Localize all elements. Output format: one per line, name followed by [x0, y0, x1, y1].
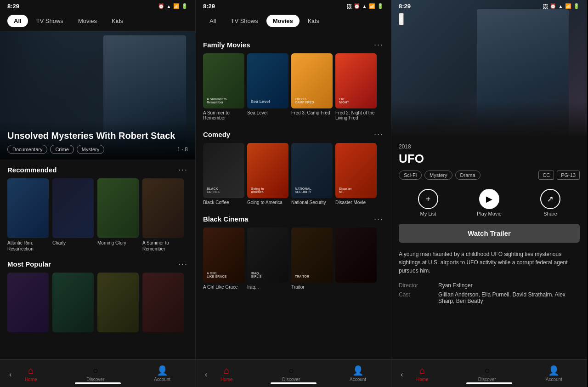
recommended-row: ATLANTIC RIMRESURRECTION Atlantic Rim: R… [0, 178, 195, 252]
list-item[interactable]: MorningGlory Morning Glory [97, 178, 139, 252]
alarm-icon-3: ⏰ [550, 3, 556, 9]
share-button[interactable]: ↗ Share [540, 189, 560, 216]
discover-icon-3: ○ [484, 365, 490, 376]
title-iraq: Iraq... [247, 285, 288, 290]
tab-tvshows-2[interactable]: TV Shows [224, 15, 264, 27]
nav-account-1[interactable]: 👤 Account [154, 365, 170, 382]
hero-overlay: Unsolved Mysteries With Robert Stack Doc… [0, 121, 195, 159]
tab-tvshows-1[interactable]: TV Shows [30, 15, 70, 27]
movie-thumb-atlantic: ATLANTIC RIMRESURRECTION [7, 178, 49, 238]
list-item[interactable]: FRED 3CAMP FRED Fred 3: Camp Fred [291, 53, 333, 120]
account-icon-1: 👤 [157, 365, 168, 376]
tab-all-2[interactable]: All [203, 15, 222, 27]
discover-icon-2: ○ [288, 365, 294, 376]
tab-movies-1[interactable]: Movies [72, 15, 103, 27]
tag-mystery[interactable]: Mystery [424, 171, 452, 180]
wifi-icon-2: ▲ [362, 4, 367, 9]
list-item[interactable]: DisasterM... Disaster Movie [335, 143, 377, 205]
detail-hero: ‹ [391, 0, 587, 138]
tag-documentary[interactable]: Documentary [7, 145, 47, 154]
nav-account-2[interactable]: 👤 Account [350, 365, 366, 382]
bc-header: Black Cinema ··· [196, 212, 391, 228]
list-item[interactable]: A Summer toRemember A Summer to Remember [203, 53, 244, 120]
list-item[interactable]: TRAITOR Traitor [291, 228, 333, 290]
my-list-button[interactable]: + My List [418, 189, 438, 216]
nav-discover-1[interactable]: ○ Discover [86, 365, 104, 382]
time-2: 8:29 [203, 3, 215, 10]
nav-discover-2[interactable]: ○ Discover [282, 365, 300, 382]
popular-more[interactable]: ··· [178, 259, 188, 269]
nav-discover-label-2: Discover [282, 377, 300, 382]
list-item[interactable]: IRAQ...GIRL'S Iraq... [247, 228, 288, 290]
tab-movies-2[interactable]: Movies [266, 15, 300, 27]
bc-grid: A GIRLLIKE GRACE A Girl Like Grace IRAQ.… [196, 228, 391, 290]
nav-home-3[interactable]: ⌂ Home [416, 365, 429, 382]
watch-trailer-button[interactable]: Watch Trailer [399, 224, 580, 243]
tag-crime[interactable]: Crime [50, 145, 74, 154]
thumb-fred3: FRED 3CAMP FRED [291, 53, 333, 108]
detail-meta: 2018 UFO Sci-Fi Mystery Drama CC PG-13 [391, 138, 587, 185]
recommended-more[interactable]: ··· [178, 165, 188, 175]
back-button[interactable]: ‹ [399, 13, 404, 25]
back-arrow-3[interactable]: ‹ [401, 370, 403, 379]
list-item[interactable]: BLACKCOFFEE Black Coffee [203, 143, 244, 205]
play-movie-button[interactable]: ▶ Play Movie [477, 189, 502, 216]
detail-movie-title: UFO [399, 152, 580, 166]
status-icons-2: 🖼 ⏰ ▲ 📶 🔋 [347, 3, 384, 9]
comedy-header: Comedy ··· [196, 128, 391, 143]
nav-discover-3[interactable]: ○ Discover [478, 365, 496, 382]
hero-title: Unsolved Mysteries With Robert Stack [7, 130, 188, 141]
back-arrow-2[interactable]: ‹ [205, 370, 207, 379]
home-icon-1: ⌂ [28, 365, 34, 376]
title-girl-grace: A Girl Like Grace [203, 285, 244, 290]
bc-more[interactable]: ··· [374, 214, 384, 224]
comedy-more[interactable]: ··· [374, 130, 384, 139]
nav-home-1[interactable]: ⌂ Home [25, 365, 37, 382]
black-cinema-section: Black Cinema ··· A GIRLLIKE GRACE A Girl… [196, 209, 391, 293]
list-item[interactable] [52, 273, 94, 334]
family-more[interactable]: ··· [374, 40, 384, 50]
thumb-going-to-america: Going toAmerica [247, 143, 288, 198]
list-item[interactable]: Sea Level Sea Level [247, 53, 288, 120]
list-item[interactable]: A Summer toRemember A Summer to Remember [142, 178, 184, 252]
home-scroll[interactable]: Recommended ··· ATLANTIC RIMRESURRECTION… [0, 159, 195, 387]
thumb-girl-grace: A GIRLLIKE GRACE [203, 228, 244, 283]
family-header: Family Movies ··· [196, 38, 391, 53]
list-item[interactable] [335, 228, 377, 290]
tag-scifi[interactable]: Sci-Fi [399, 171, 422, 180]
signal-icon-3: 📶 [565, 3, 571, 9]
status-icons-1: ⏰ ▲ 📶 🔋 [158, 3, 188, 9]
list-item[interactable]: CHARLY Charly [52, 178, 94, 252]
list-item[interactable]: FRENIGHT Fred 2: Night of the Living Fre… [335, 53, 377, 120]
detail-year: 2018 [399, 143, 580, 150]
browse-scroll[interactable]: Family Movies ··· A Summer toRemember A … [196, 31, 391, 387]
nav-account-3[interactable]: 👤 Account [546, 365, 562, 382]
list-item[interactable]: NATIONALSECURITY National Security [291, 143, 333, 205]
tag-mystery[interactable]: Mystery [77, 145, 105, 154]
tag-drama[interactable]: Drama [455, 171, 481, 180]
back-arrow-1[interactable]: ‹ [9, 370, 11, 379]
nav-home-2[interactable]: ⌂ Home [220, 365, 233, 382]
thumb-disaster: DisasterM... [335, 143, 377, 198]
list-item[interactable] [97, 273, 139, 334]
detail-tags: Sci-Fi Mystery Drama CC PG-13 [399, 171, 580, 180]
detail-info: Director Ryan Eslinger Cast Gillian Ande… [391, 279, 587, 308]
image-icon-3: 🖼 [543, 4, 548, 9]
movie-thumb-charly: CHARLY [52, 178, 94, 238]
list-item[interactable]: ATLANTIC RIMRESURRECTION Atlantic Rim: R… [7, 178, 49, 252]
list-item[interactable]: Going toAmerica Going to America [247, 143, 288, 205]
home-icon-2: ⌂ [224, 365, 229, 376]
movie-title-morning: Morning Glory [97, 240, 139, 246]
battery-icon-3: 🔋 [573, 3, 580, 9]
tab-kids-1[interactable]: Kids [105, 15, 130, 27]
list-item[interactable]: A GIRLLIKE GRACE A Girl Like Grace [203, 228, 244, 290]
battery-icon-2: 🔋 [377, 3, 384, 9]
list-item[interactable] [7, 273, 49, 334]
list-item[interactable] [142, 273, 184, 334]
tab-all-1[interactable]: All [7, 15, 28, 27]
home-indicator-2 [271, 382, 317, 384]
tab-kids-2[interactable]: Kids [301, 15, 326, 27]
title-black-coffee: Black Coffee [203, 200, 244, 205]
movie-title-charly: Charly [52, 240, 94, 246]
panel-home: 8:29 ⏰ ▲ 📶 🔋 All TV Shows Movies Kids Un… [0, 0, 196, 387]
